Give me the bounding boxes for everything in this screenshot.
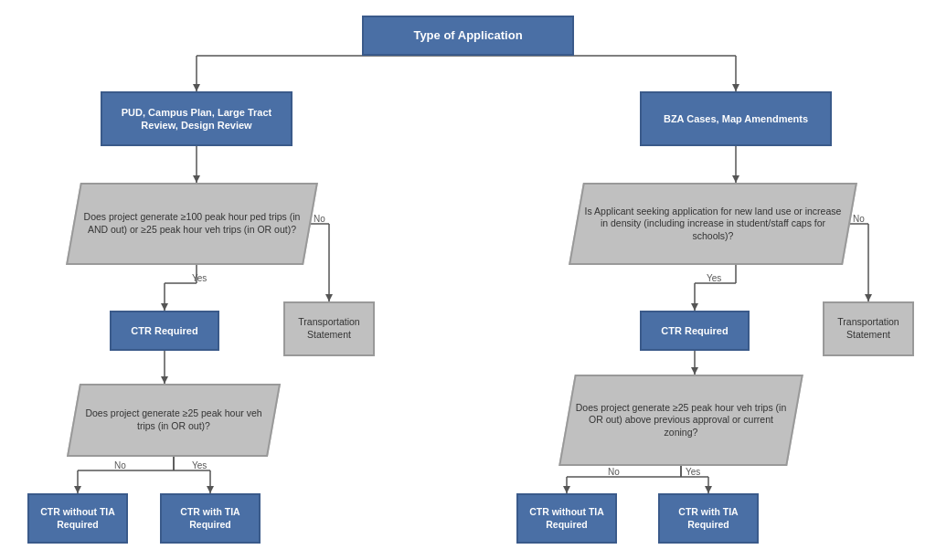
left-condition-2: Does project generate ≥25 peak hour veh … [67, 384, 281, 457]
svg-marker-2 [193, 84, 200, 91]
right-ctr-required: CTR Required [640, 311, 750, 351]
svg-text:Yes: Yes [192, 460, 207, 470]
right-transportation-statement: Transportation Statement [823, 301, 914, 356]
svg-marker-29 [161, 376, 168, 384]
svg-text:No: No [853, 214, 865, 224]
svg-marker-17 [325, 294, 333, 301]
svg-marker-40 [207, 486, 214, 493]
left-ctr-required: CTR Required [110, 311, 219, 351]
svg-text:Yes: Yes [192, 273, 207, 283]
left-ctr-with-tia: CTR with TIA Required [160, 493, 261, 544]
right-condition-2: Does project generate ≥25 peak hour veh … [558, 375, 803, 466]
right-ctr-without-tia: CTR without TIA Required [516, 493, 617, 544]
flowchart: Yes No Yes No No Yes [0, 0, 936, 560]
connections-svg: Yes No Yes No No Yes [0, 0, 936, 560]
svg-text:No: No [314, 214, 325, 224]
svg-marker-5 [732, 84, 739, 91]
svg-marker-9 [732, 175, 739, 183]
svg-marker-50 [705, 486, 712, 493]
right-ctr-with-tia: CTR with TIA Required [658, 493, 759, 544]
svg-marker-26 [865, 294, 872, 301]
svg-marker-7 [193, 175, 200, 183]
right-branch-box: BZA Cases, Map Amendments [640, 91, 832, 146]
svg-text:No: No [114, 460, 126, 470]
svg-marker-35 [74, 486, 81, 493]
left-condition-1: Does project generate ≥100 peak hour ped… [66, 183, 318, 265]
svg-text:Yes: Yes [707, 273, 721, 283]
left-ctr-without-tia: CTR without TIA Required [27, 493, 128, 544]
top-node: Type of Application [362, 16, 574, 56]
svg-marker-13 [161, 303, 168, 311]
left-transportation-statement: Transportation Statement [283, 301, 375, 356]
left-branch-box: PUD, Campus Plan, Large Tract Review, De… [101, 91, 292, 146]
svg-marker-22 [691, 303, 698, 311]
right-condition-1: Is Applicant seeking application for new… [569, 183, 857, 265]
svg-text:No: No [608, 467, 620, 477]
svg-marker-31 [691, 367, 698, 375]
svg-text:Yes: Yes [686, 467, 700, 477]
svg-marker-45 [563, 486, 570, 493]
